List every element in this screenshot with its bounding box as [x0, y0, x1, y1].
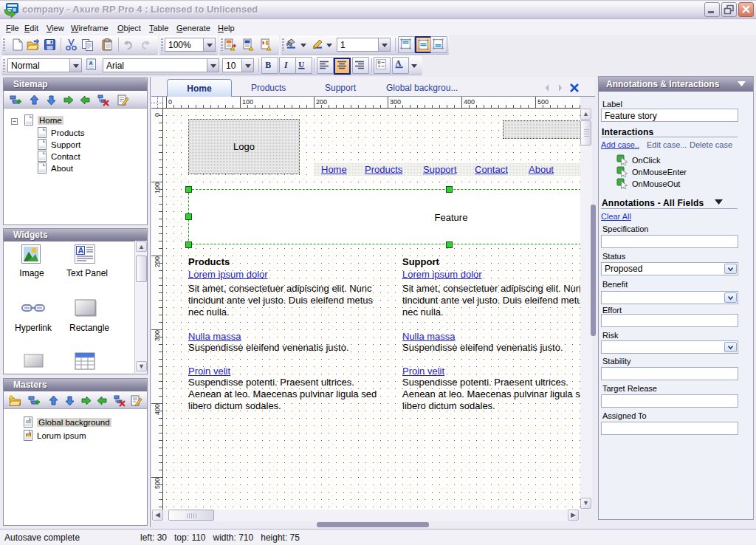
svg-text:B: B — [265, 60, 271, 70]
svg-text:A: A — [78, 246, 84, 255]
svg-text:U: U — [298, 60, 304, 69]
svg-text:A: A — [89, 61, 92, 66]
svg-text:A: A — [396, 58, 402, 67]
svg-text:I: I — [284, 60, 288, 70]
